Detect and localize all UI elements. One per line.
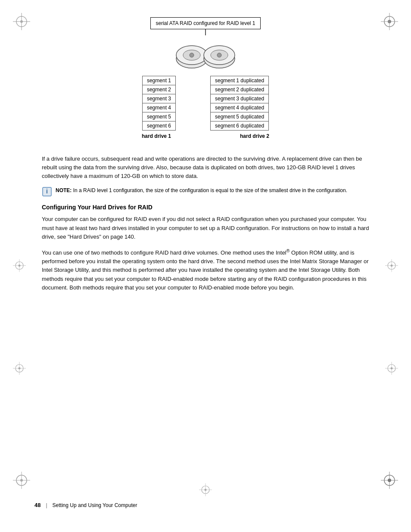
side-mark-right-lower xyxy=(385,362,398,376)
svg-text:i: i xyxy=(46,188,48,195)
segment-cell-right: segment 6 duplicated xyxy=(210,121,268,131)
segment-cell-right: segment 4 duplicated xyxy=(210,103,268,112)
callout-text: serial ATA RAID configured for RAID leve… xyxy=(156,20,255,26)
svg-point-39 xyxy=(190,53,194,57)
note-label: NOTE: xyxy=(56,187,72,193)
segment-cell-left: segment 5 xyxy=(142,112,175,121)
segment-cell-right: segment 5 duplicated xyxy=(210,112,268,121)
svg-point-3 xyxy=(20,20,23,23)
note-text: NOTE: In a RAID level 1 configuration, t… xyxy=(56,187,347,194)
corner-mark-tl xyxy=(13,13,30,30)
segment-cell-left: segment 3 xyxy=(142,94,175,103)
note-icon: i xyxy=(42,187,52,197)
note-content: In a RAID level 1 configuration, the siz… xyxy=(73,187,347,193)
bottom-center-mark xyxy=(199,483,212,498)
page-footer: 48 | Setting Up and Using Your Computer xyxy=(34,502,377,508)
svg-point-35 xyxy=(205,489,207,491)
corner-mark-bl xyxy=(13,472,30,489)
drive-labels: hard drive 1 hard drive 2 xyxy=(142,133,269,139)
svg-point-31 xyxy=(391,367,393,369)
side-mark-left-lower xyxy=(13,362,26,376)
segment-cell-right: segment 2 duplicated xyxy=(210,85,268,94)
svg-point-19 xyxy=(19,264,21,267)
corner-mark-tr xyxy=(381,13,398,30)
drive2-label: hard drive 2 xyxy=(240,133,269,139)
svg-point-7 xyxy=(388,20,391,23)
segment-cell-left: segment 6 xyxy=(142,121,175,131)
segment-cell-left: segment 1 xyxy=(142,76,175,85)
segment-table-right: segment 1 duplicatedsegment 2 duplicated… xyxy=(210,76,269,131)
footer-page-number: 48 xyxy=(34,502,40,508)
segment-table-left: segment 1segment 2segment 3segment 4segm… xyxy=(142,76,176,131)
segment-cell-right: segment 1 duplicated xyxy=(210,76,268,85)
drives-image xyxy=(171,37,240,72)
page: serial ATA RAID configured for RAID leve… xyxy=(0,0,411,532)
svg-point-23 xyxy=(391,264,393,267)
svg-point-43 xyxy=(217,53,221,57)
drives-svg xyxy=(171,37,240,72)
section-paragraph2: You can use one of two methods to config… xyxy=(42,247,369,292)
section-paragraph1: Your computer can be configured for RAID… xyxy=(42,215,369,241)
svg-point-11 xyxy=(20,479,23,482)
svg-point-15 xyxy=(388,479,391,482)
footer-title: Setting Up and Using Your Computer xyxy=(53,502,137,508)
segment-cell-left: segment 2 xyxy=(142,85,175,94)
body-paragraph1: If a drive failure occurs, subsequent re… xyxy=(42,155,369,180)
svg-point-27 xyxy=(19,367,21,369)
drive1-label: hard drive 1 xyxy=(142,133,171,139)
corner-mark-br xyxy=(381,472,398,489)
note-box: i NOTE: In a RAID level 1 configuration,… xyxy=(42,187,369,197)
section-heading: Configuring Your Hard Drives for RAID xyxy=(42,204,369,211)
diagram-area: serial ATA RAID configured for RAID leve… xyxy=(42,17,369,146)
segments-row: segment 1segment 2segment 3segment 4segm… xyxy=(142,76,269,131)
footer-separator: | xyxy=(46,502,47,508)
callout-box: serial ATA RAID configured for RAID leve… xyxy=(150,17,261,29)
segment-cell-left: segment 4 xyxy=(142,103,175,112)
callout-line xyxy=(205,29,206,35)
segment-cell-right: segment 3 duplicated xyxy=(210,94,268,103)
side-mark-left-mid xyxy=(13,259,26,273)
side-mark-right-mid xyxy=(385,259,398,273)
main-content: serial ATA RAID configured for RAID leve… xyxy=(42,17,369,292)
